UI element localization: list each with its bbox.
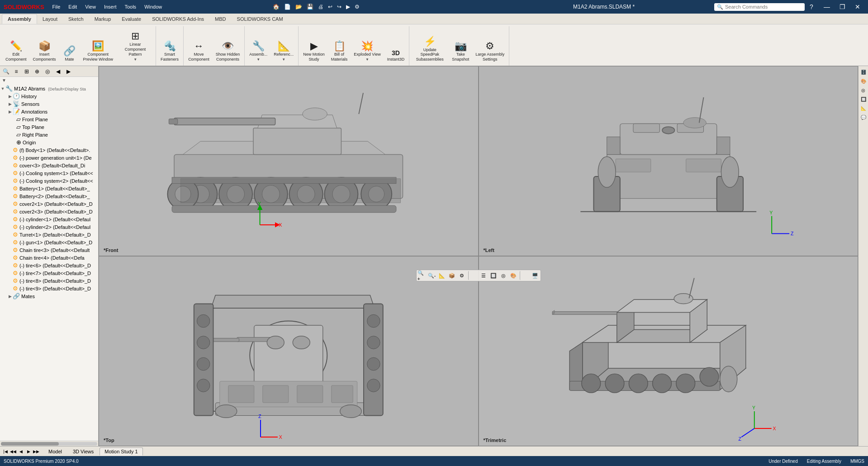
toolbar-take-snapshot[interactable]: 📷 TakeSnapshot <box>449 39 472 64</box>
qt-home[interactable]: 🏠 <box>271 3 281 10</box>
tree-item-battery2[interactable]: ⚙ Battery<2> (Default<<Default>_ <box>0 192 98 200</box>
mini-view-focus[interactable]: ◎ <box>499 271 508 280</box>
nav-next[interactable]: ▶ <box>25 448 32 455</box>
tree-item-right-plane[interactable]: ▱ Right Plane <box>0 131 98 138</box>
tree-item-top-plane[interactable]: ▱ Top Plane <box>0 123 98 131</box>
tree-item-cooling1[interactable]: ⚙ (-) Cooling system<1> (Default<< <box>0 169 98 177</box>
tab-addins[interactable]: SOLIDWORKS Add-Ins <box>147 14 209 24</box>
mini-fit[interactable]: 📐 <box>437 271 446 280</box>
menu-edit[interactable]: Edit <box>65 3 81 10</box>
tree-root[interactable]: ▼ 🔧 M1A2 Abrams (Default<Display Sta <box>0 85 98 92</box>
viewport-left[interactable]: Z Y *Left <box>479 66 859 256</box>
nav-prev-prev[interactable]: ◀◀ <box>9 448 17 455</box>
tab-cam[interactable]: SOLIDWORKS CAM <box>232 14 289 24</box>
menu-view[interactable]: View <box>81 3 100 10</box>
toolbar-component-preview[interactable]: 🖼️ ComponentPreview Window <box>81 39 116 64</box>
lp-search[interactable]: 🔍 <box>1 67 11 76</box>
tree-item-annotations[interactable]: ▶ 📝 Annotations <box>0 108 98 115</box>
rp-dimxpert[interactable]: 📐 <box>859 104 868 112</box>
qt-redo[interactable]: ↪ <box>335 3 343 10</box>
bottom-tab-3dviews[interactable]: 3D Views <box>68 447 99 456</box>
tree-item-cylinder2[interactable]: ⚙ (-) cylinder<2> (Default<<Defaul <box>0 223 98 231</box>
tree-item-powergen[interactable]: ⚙ (-) power generation unit<1> (De <box>0 154 98 162</box>
toolbar-linear-pattern[interactable]: ⊞ Linear ComponentPattern ▼ <box>117 29 154 64</box>
qt-print[interactable]: 🖨 <box>316 3 325 10</box>
tab-sketch[interactable]: Sketch <box>63 14 89 24</box>
tree-item-cover2-1[interactable]: ⚙ cover2<1> (Default<<Default>_D <box>0 200 98 208</box>
minimize-button[interactable]: — <box>820 2 834 11</box>
qt-open[interactable]: 📂 <box>294 3 304 10</box>
viewport-front[interactable]: X Y *Front <box>99 66 479 256</box>
toolbar-large-assembly[interactable]: ⚙ Large AssemblySettings <box>473 39 507 64</box>
tree-mates-toggle[interactable]: ▶ <box>7 294 13 299</box>
tree-item-sensors[interactable]: ▶ 📡 Sensors <box>0 100 98 108</box>
maximize-button[interactable]: ❐ <box>835 2 849 11</box>
toolbar-exploded-view[interactable]: 💥 Exploded View ▼ <box>351 39 383 64</box>
tree-item-cylinder1[interactable]: ⚙ (-) cylinder<1> (Default<<Defaul <box>0 215 98 223</box>
tree-item-tire6[interactable]: ⚙ (-) tire<6> (Default<<Default>_D <box>0 262 98 269</box>
lp-grid[interactable]: ⊞ <box>22 67 32 76</box>
tree-item-tire8[interactable]: ⚙ (-) tire<8> (Default<<Default>_D <box>0 277 98 285</box>
bottom-tab-model[interactable]: Model <box>43 447 67 456</box>
mini-view-orient[interactable]: 📦 <box>447 271 456 280</box>
toolbar-move-component[interactable]: ↔️ MoveComponent <box>185 39 212 64</box>
toolbar-smart-fasteners[interactable]: 🔩 SmartFasteners <box>158 39 181 64</box>
search-dropdown-icon[interactable]: ▼ <box>795 5 798 9</box>
qt-new[interactable]: 📄 <box>282 3 293 10</box>
nav-first[interactable]: |◀ <box>2 448 9 455</box>
tree-item-battery1[interactable]: ⚙ Battery<1> (Default<<Default>_ <box>0 185 98 192</box>
tree-item-front-plane[interactable]: ▱ Front Plane <box>0 115 98 123</box>
lp-config[interactable]: ◎ <box>43 67 52 76</box>
tree-sensors-toggle[interactable]: ▶ <box>7 102 13 106</box>
tab-markup[interactable]: Markup <box>89 14 117 24</box>
tree-item-tire7[interactable]: ⚙ (-) tire<7> (Default<<Default>_D <box>0 269 98 277</box>
bottom-tab-motion-study[interactable]: Motion Study 1 <box>100 447 142 456</box>
lp-prev[interactable]: ◀ <box>53 67 63 76</box>
rp-display[interactable]: 🎨 <box>859 77 868 85</box>
tree-item-origin[interactable]: ⊕ Origin <box>0 138 98 146</box>
mini-zoom-out[interactable]: 🔍- <box>427 271 436 280</box>
qt-undo[interactable]: ↩ <box>326 3 334 10</box>
mini-zoom-in[interactable]: 🔍+ <box>417 271 427 280</box>
tab-layout[interactable]: Layout <box>37 14 63 24</box>
nav-prev[interactable]: ◀ <box>17 448 24 455</box>
toolbar-insert-components[interactable]: 📦 InsertComponents <box>30 39 59 64</box>
tree-item-cover3[interactable]: ⚙ cover<3> (Default<Default_Di <box>0 162 98 169</box>
lp-list[interactable]: ≡ <box>11 67 21 76</box>
menu-tools[interactable]: Tools <box>121 3 140 10</box>
tree-item-body1[interactable]: ⚙ (f) Body<1> (Default<<Default>. <box>0 146 98 154</box>
close-button[interactable]: ✕ <box>851 2 864 11</box>
mini-render[interactable]: 🎨 <box>509 271 518 280</box>
toolbar-new-motion-study[interactable]: ▶ New MotionStudy <box>300 39 327 64</box>
toolbar-mate[interactable]: 🔗 Mate <box>60 44 80 64</box>
tree-item-mates[interactable]: ▶ 🔗 Mates <box>0 292 98 300</box>
tree-item-history[interactable]: ▶ 🕐 History <box>0 92 98 100</box>
tree-item-turret[interactable]: ⚙ Turret<1> (Default<<Default>_D <box>0 231 98 238</box>
tab-evaluate[interactable]: Evaluate <box>116 14 147 24</box>
mini-settings[interactable]: ⚙ <box>457 271 466 280</box>
qt-settings[interactable]: ⚙ <box>353 3 361 10</box>
viewport-trimetric[interactable]: X Y Z *Trimetric <box>479 256 859 446</box>
qt-run[interactable]: ▶ <box>344 3 352 10</box>
mini-monitor[interactable]: 🖥️ <box>531 271 540 280</box>
toolbar-reference[interactable]: 📐 Referenc... ▼ <box>271 39 296 64</box>
tree-annotations-toggle[interactable]: ▶ <box>7 109 13 114</box>
toolbar-instant3d[interactable]: 3D Instant3D <box>384 48 408 64</box>
lp-next[interactable]: ▶ <box>63 67 73 76</box>
rp-markup[interactable]: 💬 <box>859 113 868 121</box>
filter-icon[interactable]: ▼ <box>2 78 6 83</box>
search-input[interactable] <box>725 4 793 10</box>
menu-file[interactable]: File <box>49 3 64 10</box>
search-box[interactable]: 🔍 ▼ <box>714 3 805 11</box>
viewport-area[interactable]: 🔍+ 🔍- 📐 📦 ⚙ ☰ 🔲 ◎ 🎨 🖥️ <box>99 66 858 446</box>
tree-item-chaintire3[interactable]: ⚙ Chain tire<3> (Default<<Default <box>0 246 98 254</box>
rp-layer[interactable]: 🗄️ <box>859 68 868 76</box>
toolbar-edit-component[interactable]: ✏️ EditComponent <box>3 39 29 64</box>
menu-window[interactable]: Window <box>141 3 166 10</box>
tree-item-gun1[interactable]: ⚙ (-) gun<1> (Default<<Default>_D <box>0 238 98 246</box>
toolbar-show-hidden[interactable]: 👁️ Show HiddenComponents <box>213 39 243 64</box>
mini-section[interactable]: 🔲 <box>489 271 498 280</box>
tree-item-chaintire4[interactable]: ⚙ Chain tire<4> (Default<<Defa <box>0 254 98 262</box>
toolbar-assembly-viz[interactable]: 🔧 Assemb... ▼ <box>247 39 270 64</box>
nav-last[interactable]: ▶▶ <box>33 448 40 455</box>
